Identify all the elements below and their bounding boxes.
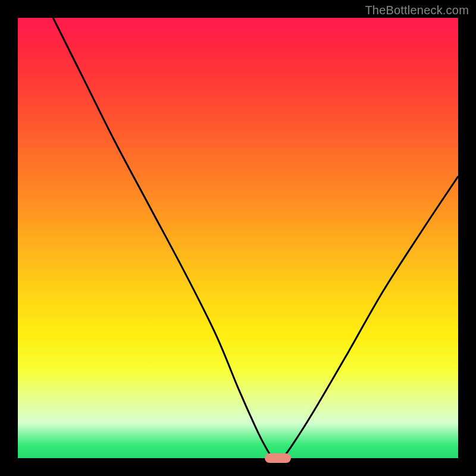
- curve-path: [53, 18, 458, 461]
- minimum-marker: [265, 453, 291, 463]
- chart-frame: TheBottleneck.com: [0, 0, 476, 476]
- bottleneck-curve: [18, 18, 458, 458]
- watermark-text: TheBottleneck.com: [365, 4, 469, 17]
